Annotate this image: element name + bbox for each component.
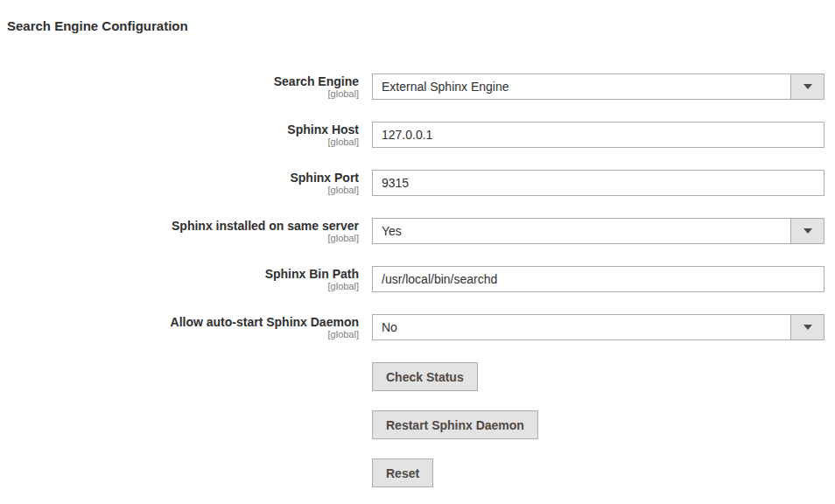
sphinx-port-input[interactable]: [372, 170, 824, 196]
field-label-col: Search Engine [global]: [0, 74, 359, 100]
field-label-col: Allow auto-start Sphinx Daemon [global]: [0, 314, 359, 340]
page-title: Search Engine Configuration: [0, 0, 835, 34]
field-row-sphinx-host: Sphinx Host [global]: [0, 122, 835, 148]
field-label-col: Sphinx Host [global]: [0, 122, 359, 148]
search-engine-select[interactable]: External Sphinx Engine: [372, 74, 824, 100]
field-row-same-server: Sphinx installed on same server [global]…: [0, 218, 835, 244]
autostart-scope-label: [global]: [0, 329, 359, 340]
sphinx-host-scope-label: [global]: [0, 136, 359, 148]
field-label-col: Sphinx Bin Path [global]: [0, 266, 359, 292]
sphinx-port-scope-label: [global]: [0, 185, 359, 196]
button-row: Check Status: [0, 362, 835, 391]
field-row-sphinx-port: Sphinx Port [global]: [0, 170, 835, 196]
chevron-down-icon: [790, 219, 824, 243]
chevron-down-icon: [790, 315, 824, 340]
autostart-label: Allow auto-start Sphinx Daemon: [0, 315, 359, 329]
button-row: Restart Sphinx Daemon: [0, 410, 835, 439]
same-server-select-value: Yes: [373, 219, 790, 243]
field-row-search-engine: Search Engine [global] External Sphinx E…: [0, 74, 835, 100]
bin-path-label: Sphinx Bin Path: [0, 267, 359, 281]
chevron-down-icon: [790, 74, 824, 99]
search-engine-label: Search Engine: [0, 74, 359, 88]
check-status-button[interactable]: Check Status: [372, 362, 478, 391]
sphinx-host-input[interactable]: [372, 122, 824, 148]
restart-sphinx-daemon-button[interactable]: Restart Sphinx Daemon: [372, 410, 538, 439]
field-label-col: Sphinx Port [global]: [0, 170, 359, 196]
same-server-label: Sphinx installed on same server: [0, 219, 359, 233]
reset-button[interactable]: Reset: [372, 458, 433, 487]
bin-path-scope-label: [global]: [0, 281, 359, 292]
sphinx-host-label: Sphinx Host: [0, 122, 359, 136]
sphinx-port-label: Sphinx Port: [0, 171, 359, 185]
field-label-col: Sphinx installed on same server [global]: [0, 218, 359, 244]
search-engine-scope-label: [global]: [0, 88, 359, 100]
search-engine-select-value: External Sphinx Engine: [373, 74, 790, 99]
same-server-scope-label: [global]: [0, 233, 359, 244]
same-server-select[interactable]: Yes: [372, 218, 824, 244]
field-row-bin-path: Sphinx Bin Path [global]: [0, 266, 835, 292]
button-row: Reset: [0, 458, 835, 487]
autostart-select[interactable]: No: [372, 314, 824, 340]
autostart-select-value: No: [373, 315, 790, 340]
sphinx-bin-path-input[interactable]: [372, 266, 824, 292]
field-row-autostart: Allow auto-start Sphinx Daemon [global] …: [0, 314, 835, 340]
search-engine-config-form: Search Engine [global] External Sphinx E…: [0, 74, 835, 487]
